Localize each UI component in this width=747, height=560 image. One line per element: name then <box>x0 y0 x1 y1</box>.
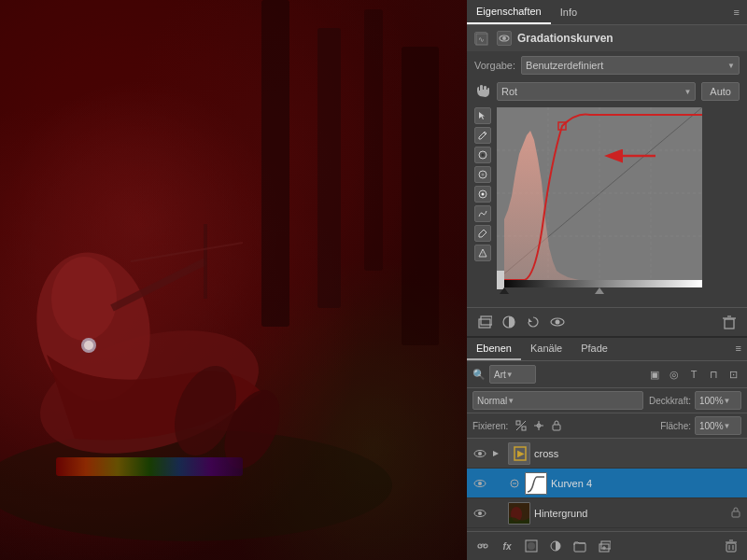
svg-rect-42 <box>497 280 702 287</box>
channel-dropdown[interactable]: Rot ▼ <box>497 82 696 101</box>
svg-rect-55 <box>516 421 520 425</box>
svg-rect-80 <box>484 544 487 548</box>
flaeche-label: Fläche: <box>660 421 691 431</box>
curves-section: ∿ Gradationskurven Vorgabe: Benutzerdefi… <box>467 25 747 338</box>
delete-adjustment-icon[interactable] <box>719 312 740 332</box>
layer-item[interactable]: Hintergrund <box>467 498 747 528</box>
add-mask-button[interactable] <box>521 536 542 556</box>
layers-panel-menu[interactable]: ≡ <box>730 338 747 360</box>
opacity-value[interactable]: 100% ▼ <box>695 391 741 410</box>
panel-minimize-button[interactable]: ≡ <box>726 3 747 21</box>
curves-bottom <box>467 300 747 307</box>
svg-point-63 <box>478 452 482 455</box>
flaeche-value[interactable]: 100% ▼ <box>695 416 741 435</box>
layer-visibility-toggle[interactable] <box>472 446 487 461</box>
svg-rect-78 <box>732 511 740 517</box>
svg-text:▶: ▶ <box>517 448 525 458</box>
lock-all-icon[interactable] <box>549 418 564 433</box>
layer-item[interactable]: ▶ cross <box>467 439 747 469</box>
layers-section: Ebenen Kanäle Pfade ≡ 🔍 Art ▼ ▣ ◎ T ⊓ ⊡ … <box>467 338 747 560</box>
layer-visibility-toggle[interactable] <box>472 476 487 491</box>
lock-row: Fixieren: <box>467 413 747 439</box>
svg-point-82 <box>528 542 535 550</box>
svg-point-23 <box>482 154 485 157</box>
curves-eye-icon[interactable] <box>497 31 512 46</box>
layer-name: cross <box>534 448 741 459</box>
lock-position-icon[interactable] <box>531 418 546 433</box>
tab-ebenen[interactable]: Ebenen <box>467 338 521 360</box>
svg-text:∿: ∿ <box>478 35 485 44</box>
eyedropper1-tool[interactable] <box>474 147 491 163</box>
svg-point-51 <box>556 320 560 325</box>
curve-smooth-tool[interactable] <box>474 205 491 222</box>
channel-row: Rot ▼ Auto <box>467 79 747 104</box>
svg-point-69 <box>478 482 482 485</box>
auto-button[interactable]: Auto <box>701 82 740 101</box>
layer-name: Kurven 4 <box>551 478 741 489</box>
delete-layer-button[interactable] <box>721 536 741 556</box>
svg-point-20 <box>502 36 506 40</box>
pointer-tool[interactable] <box>474 107 491 124</box>
layers-list: ▶ cross <box>467 439 747 531</box>
smartobj-filter-icon[interactable]: ⊡ <box>725 366 741 383</box>
panel-header: Eigenschaften Info ≡ <box>467 0 747 25</box>
expand-icon[interactable] <box>491 449 504 458</box>
curves-body: ! <box>467 104 747 300</box>
lock-icons <box>514 418 564 433</box>
link-layers-button[interactable] <box>472 536 493 556</box>
search-icon: 🔍 <box>472 369 486 381</box>
opacity-label: Deckkraft: <box>649 396 691 406</box>
new-layer-button[interactable] <box>594 536 614 556</box>
flaeche-row: Fläche: 100% ▼ <box>660 416 741 435</box>
new-fill-button[interactable] <box>545 536 566 556</box>
layer-visibility-toggle[interactable] <box>472 506 487 521</box>
svg-text:!: ! <box>482 251 483 257</box>
tab-info[interactable]: Info <box>551 1 586 23</box>
layer-link-icon <box>508 477 521 490</box>
blend-mode-row: Normal ▼ Deckkraft: 100% ▼ <box>467 388 747 413</box>
filter-row: 🔍 Art ▼ ▣ ◎ T ⊓ ⊡ <box>467 361 747 388</box>
new-layer-icon[interactable] <box>474 312 495 332</box>
curves-panel-title: Gradationskurven <box>517 32 613 45</box>
filter-type-dropdown[interactable]: Art ▼ <box>489 365 536 384</box>
lock-pixels-icon[interactable] <box>514 418 529 433</box>
text-filter-icon[interactable]: T <box>685 366 702 383</box>
opacity-row: Deckkraft: 100% ▼ <box>649 391 741 410</box>
add-style-button[interactable]: fx <box>497 536 517 556</box>
blend-mode-dropdown[interactable]: Normal ▼ <box>472 391 643 410</box>
svg-marker-64 <box>493 451 499 456</box>
tab-eigenschaften[interactable]: Eigenschaften <box>467 0 551 24</box>
fixieren-label: Fixieren: <box>472 421 508 431</box>
image-canvas <box>0 0 467 560</box>
refresh-icon[interactable] <box>523 312 543 332</box>
right-panel: Eigenschaften Info ≡ ∿ Gradationskurven <box>467 0 747 560</box>
curves-panel-icon: ∿ <box>474 32 487 45</box>
layer-thumbnail <box>525 472 547 495</box>
eyedropper2-tool[interactable] <box>474 166 491 183</box>
preset-dropdown[interactable]: Benutzerdefiniert ▼ <box>521 56 740 75</box>
layer-lock-icon <box>730 507 741 520</box>
svg-point-25 <box>482 174 485 176</box>
tab-pfade[interactable]: Pfade <box>571 338 617 360</box>
edit-tool[interactable] <box>474 225 491 242</box>
svg-rect-84 <box>574 543 585 552</box>
shape-filter-icon[interactable]: ⊓ <box>705 366 722 383</box>
layer-item[interactable]: Kurven 4 <box>467 469 747 498</box>
svg-marker-45 <box>595 287 604 294</box>
tools-column: ! <box>474 107 491 296</box>
tab-kanaele[interactable]: Kanäle <box>521 338 571 360</box>
mask-icon[interactable] <box>499 312 519 332</box>
curves-graph[interactable] <box>497 107 740 296</box>
pixel-filter-icon[interactable]: ▣ <box>646 366 663 383</box>
visibility-toggle-icon[interactable] <box>547 312 568 332</box>
adjustment-filter-icon[interactable]: ◎ <box>666 366 683 383</box>
pencil-tool[interactable] <box>474 127 491 144</box>
layer-name: Hintergrund <box>534 508 726 519</box>
eyedropper3-tool[interactable] <box>474 186 491 203</box>
new-group-button[interactable] <box>570 536 590 556</box>
preset-row: Vorgabe: Benutzerdefiniert ▼ <box>467 51 747 79</box>
hand-icon[interactable] <box>474 83 491 100</box>
svg-rect-89 <box>726 543 736 552</box>
preset-label: Vorgabe: <box>474 60 515 71</box>
svg-point-27 <box>482 193 485 196</box>
